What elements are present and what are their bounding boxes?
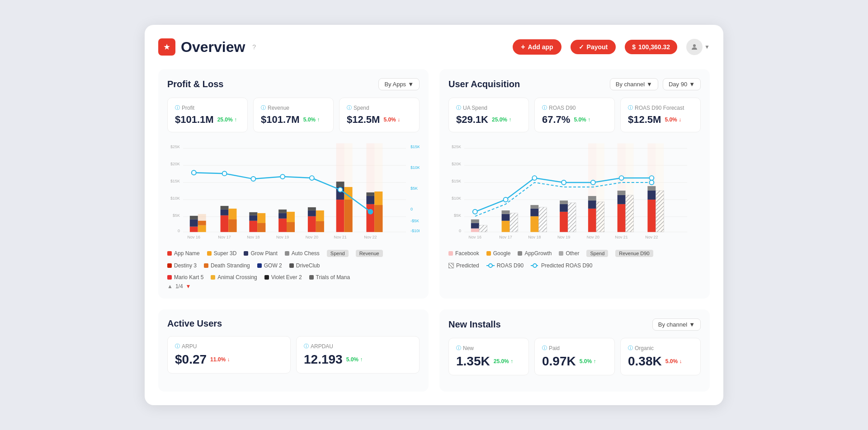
- by-channel-filter-button[interactable]: By channel ▼: [610, 78, 658, 90]
- roas-forecast-label: ⓘ ROAS D90 Forecast: [628, 104, 693, 111]
- svg-text:Nov 20: Nov 20: [587, 235, 599, 239]
- legend-color: [257, 263, 262, 268]
- ua-spend-change: 25.0% ↑: [492, 117, 511, 123]
- svg-text:$15K: $15K: [170, 179, 180, 183]
- legend-revenue-tag: Revenue: [356, 250, 383, 257]
- svg-point-125: [649, 176, 654, 180]
- new-installs-channel-button[interactable]: By channel ▼: [652, 318, 701, 331]
- info-icon: ⓘ: [175, 104, 180, 111]
- svg-rect-100: [568, 203, 576, 232]
- arpu-change: 11.0% ↓: [210, 356, 230, 363]
- svg-rect-104: [588, 196, 596, 201]
- triangle-down-icon: ▼: [186, 283, 191, 290]
- roas-d90-card: ⓘ ROAS D90 67.7% 5.0% ↑: [534, 98, 615, 132]
- svg-text:0: 0: [410, 207, 413, 211]
- info-icon: ⓘ: [347, 104, 352, 111]
- legend-color: [264, 275, 269, 280]
- svg-text:$5K: $5K: [410, 186, 418, 191]
- paid-value: 0.97K 5.0% ↑: [542, 354, 607, 369]
- svg-text:$10K: $10K: [170, 196, 180, 201]
- svg-text:$20K: $20K: [170, 162, 180, 166]
- svg-rect-94: [530, 209, 538, 216]
- svg-rect-46: [336, 200, 344, 232]
- page-title: Overview: [181, 39, 245, 56]
- svg-point-136: [489, 264, 492, 267]
- svg-rect-30: [249, 221, 257, 232]
- legend-google: Google: [486, 250, 511, 257]
- legend-predicted-roas-d90: Predicted ROAS D90: [531, 262, 592, 269]
- svg-rect-32: [249, 212, 257, 215]
- svg-point-126: [649, 180, 654, 185]
- organic-label: ⓘ Organic: [628, 345, 693, 351]
- profit-loss-header: Profit & Loss By Apps ▼: [167, 78, 420, 90]
- legend-animal-crossing: Animal Crossing: [211, 274, 257, 280]
- svg-text:Nov 18: Nov 18: [528, 235, 541, 239]
- svg-rect-92: [510, 213, 518, 232]
- balance-badge: $ 100,360.32: [625, 40, 677, 54]
- svg-text:$25K: $25K: [170, 145, 180, 149]
- by-channel-label: By channel: [616, 81, 645, 88]
- user-menu[interactable]: ▼: [686, 39, 710, 55]
- organic-change: 5.0% ↓: [665, 358, 682, 365]
- svg-text:0: 0: [178, 229, 180, 233]
- active-users-header: Active Users: [167, 318, 420, 329]
- ua-spend-label: ⓘ UA Spend: [456, 104, 521, 111]
- arpdau-change: 5.0% ↑: [346, 356, 363, 363]
- svg-rect-37: [278, 210, 287, 213]
- svg-text:$20K: $20K: [452, 162, 461, 166]
- add-app-label: Add app: [528, 43, 553, 51]
- new-card: ⓘ New 1.35K 25.0% ↑: [448, 338, 529, 375]
- new-change: 25.0% ↑: [494, 358, 513, 365]
- svg-point-119: [473, 210, 477, 214]
- legend-color: [204, 263, 208, 268]
- profit-loss-svg: $25K $20K $15K $10K $5K 0 $15K $10K $5K …: [167, 140, 420, 243]
- svg-text:$10K: $10K: [452, 196, 461, 201]
- top-sections-row: Profit & Loss By Apps ▼ ⓘ Profit $10: [158, 69, 710, 299]
- svg-text:$15K: $15K: [410, 145, 420, 149]
- roas-forecast-change: 5.0% ↓: [665, 117, 681, 123]
- dollar-icon: $: [632, 43, 636, 51]
- svg-rect-95: [530, 205, 538, 209]
- svg-rect-48: [336, 182, 344, 187]
- logo-icon: ★: [158, 38, 175, 56]
- profit-change: 25.0% ↑: [217, 117, 237, 123]
- day90-filter-button[interactable]: Day 90 ▼: [663, 78, 701, 90]
- paid-card: ⓘ Paid 0.97K 5.0% ↑: [534, 338, 615, 375]
- svg-text:Nov 18: Nov 18: [247, 235, 259, 239]
- legend-super3d: Super 3D: [207, 250, 237, 257]
- legend-appgrowth: AppGrowth: [518, 250, 552, 257]
- organic-value: 0.38K 5.0% ↓: [628, 354, 693, 369]
- svg-rect-34: [257, 223, 265, 232]
- spend-label: ⓘ Spend: [347, 104, 412, 111]
- svg-rect-87: [471, 220, 479, 223]
- profit-loss-metrics: ⓘ Profit $101.1M 25.0% ↑ ⓘ Revenue: [167, 98, 420, 132]
- arpdau-card: ⓘ ARPDAU 12.193 5.0% ↑: [296, 336, 420, 374]
- payout-button[interactable]: ✓ Payout: [571, 40, 616, 54]
- check-icon: ✓: [579, 43, 584, 51]
- arpu-card: ⓘ ARPU $0.27 11.0% ↓: [167, 336, 291, 374]
- svg-point-123: [591, 180, 595, 185]
- help-icon[interactable]: ?: [252, 43, 256, 51]
- roas-forecast-value: $12.5M 5.0% ↓: [628, 114, 693, 126]
- legend-color: [448, 251, 453, 256]
- revenue-label: ⓘ Revenue: [261, 104, 326, 111]
- add-app-button[interactable]: + Add app: [513, 39, 561, 55]
- by-apps-filter-button[interactable]: By Apps ▼: [378, 78, 420, 90]
- svg-point-59: [192, 170, 196, 175]
- svg-rect-35: [278, 219, 287, 232]
- profit-metric-card: ⓘ Profit $101.1M 25.0% ↑: [167, 98, 248, 132]
- ua-spend-card: ⓘ UA Spend $29.1K 25.0% ↑: [448, 98, 529, 132]
- info-icon: ⓘ: [628, 104, 633, 111]
- legend-grow-plant: Grow Plant: [244, 250, 277, 257]
- svg-rect-36: [278, 213, 287, 219]
- new-installs-section: New Installs By channel ▼ ⓘ New 1.35K: [439, 309, 710, 392]
- info-icon: ⓘ: [261, 104, 266, 111]
- legend-color: [244, 251, 248, 256]
- plus-icon: +: [521, 43, 525, 51]
- svg-text:Nov 22: Nov 22: [645, 235, 658, 239]
- legend-roas-d90: ROAS D90: [486, 262, 524, 269]
- organic-card: ⓘ Organic 0.38K 5.0% ↓: [620, 338, 701, 375]
- legend-predicted: Predicted: [448, 262, 479, 269]
- legend-color: [167, 251, 172, 256]
- svg-text:-$10K: -$10K: [410, 229, 420, 233]
